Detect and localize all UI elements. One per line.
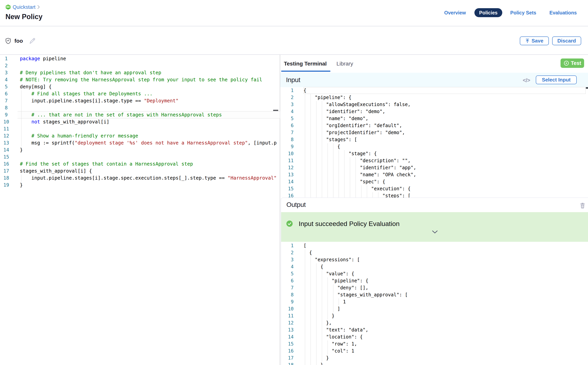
- line-number: 10: [282, 150, 294, 157]
- line-number: 5: [282, 115, 294, 122]
- tab-policies[interactable]: Policies: [474, 8, 502, 17]
- line-number: 10: [282, 305, 294, 312]
- line-number: 14: [282, 178, 294, 185]
- code-line[interactable]: 10"stage": {: [280, 150, 588, 157]
- code-line[interactable]: 1package pipeline: [0, 55, 280, 62]
- line-number: 4: [282, 263, 294, 270]
- line-number: 12: [282, 164, 294, 171]
- code-line[interactable]: 7input.pipeline.stages[i].stage.type == …: [0, 97, 280, 104]
- code-line[interactable]: 13"text": "data",: [281, 326, 588, 333]
- code-line[interactable]: 1{: [280, 87, 588, 94]
- output-json-editor[interactable]: 1[2{3"expressions": [4{5"value": {6"pipe…: [281, 242, 588, 365]
- line-number: 8: [282, 291, 294, 298]
- line-number: 16: [282, 192, 294, 197]
- code-line[interactable]: 18input.pipeline.stages[i].stage.spec.ex…: [0, 175, 280, 182]
- code-line[interactable]: 7"projectIdentifier": "demo",: [280, 129, 588, 136]
- code-line[interactable]: 2: [0, 62, 280, 69]
- code-line[interactable]: 5deny[msg] {: [0, 83, 280, 90]
- line-number: 5: [1, 83, 11, 90]
- select-input-button[interactable]: Select Input: [536, 76, 577, 84]
- code-line[interactable]: 17stages_with_approval[i] {: [0, 168, 280, 175]
- success-check-icon: [286, 221, 293, 227]
- code-line[interactable]: 15"row": 1,: [281, 340, 588, 347]
- active-tab-underline: [281, 70, 330, 72]
- tab-library[interactable]: Library: [336, 61, 353, 67]
- code-line[interactable]: 18}: [281, 361, 588, 365]
- line-number: 11: [282, 312, 294, 319]
- code-line[interactable]: 6"orgIdentifier": "default",: [280, 122, 588, 129]
- code-line[interactable]: 16"steps": [: [280, 192, 588, 197]
- code-line[interactable]: 14"location": {: [281, 333, 588, 340]
- edit-pencil-icon[interactable]: [29, 37, 36, 44]
- line-number: 11: [282, 157, 294, 164]
- trash-icon[interactable]: [579, 202, 586, 209]
- code-line[interactable]: 16"col": 1: [281, 347, 588, 354]
- code-line[interactable]: 4{: [281, 263, 588, 270]
- code-line[interactable]: 12},: [281, 319, 588, 326]
- code-line[interactable]: 12# Show a human-friendly error message: [0, 132, 280, 140]
- policy-code-editor[interactable]: 1package pipeline23# Deny pipelines that…: [0, 55, 280, 190]
- save-button[interactable]: Save: [520, 36, 549, 45]
- line-number: 19: [1, 182, 11, 189]
- line-number: 9: [1, 111, 11, 118]
- input-title: Input: [286, 76, 300, 84]
- input-json-editor[interactable]: 1{2"pipeline": {3"allowStageExecutions":…: [280, 87, 588, 197]
- code-line[interactable]: 8: [0, 104, 280, 111]
- code-line[interactable]: 6# Find all stages that are Deployments …: [0, 90, 280, 97]
- code-line[interactable]: 11: [0, 125, 280, 132]
- tab-overview[interactable]: Overview: [444, 8, 466, 17]
- code-line[interactable]: 13msg := sprintf("deployment stage '%s' …: [0, 140, 280, 147]
- code-line[interactable]: 19}: [0, 182, 280, 189]
- code-line[interactable]: 5"value": {: [281, 270, 588, 277]
- code-line[interactable]: 16# Find the set of stages that contain …: [0, 161, 280, 168]
- line-number: 7: [282, 129, 294, 136]
- tab-testing-terminal[interactable]: Testing Terminal: [284, 61, 327, 67]
- code-line[interactable]: 7"deny": [],: [281, 284, 588, 291]
- code-line[interactable]: 2"pipeline": {: [280, 94, 588, 101]
- code-line[interactable]: 8"stages_with_approval": [: [281, 291, 588, 298]
- code-line[interactable]: 6"pipeline": {: [281, 277, 588, 284]
- code-line[interactable]: 15: [0, 154, 280, 161]
- code-line[interactable]: 8"stages": [: [280, 136, 588, 143]
- line-number: 6: [1, 90, 11, 97]
- line-number: 8: [1, 104, 11, 111]
- code-line[interactable]: 91: [281, 298, 588, 305]
- code-line[interactable]: 4# NOTE: Try removing the HarnessApprova…: [0, 76, 280, 83]
- code-line[interactable]: 12"identifier": "app",: [280, 164, 588, 171]
- code-line[interactable]: 13"name": "OPA check",: [280, 171, 588, 178]
- code-line[interactable]: 3"expressions": [: [281, 256, 588, 263]
- code-view-icon[interactable]: </>: [523, 77, 530, 84]
- code-line[interactable]: 1[: [281, 242, 588, 249]
- toolbar-divider: [0, 54, 588, 55]
- code-line[interactable]: 4"identifier": "demo",: [280, 108, 588, 115]
- code-line[interactable]: 3"allowStageExecutions": false,: [280, 101, 588, 108]
- code-line[interactable]: 3# Deny pipelines that don't have an app…: [0, 69, 280, 76]
- test-button[interactable]: Test: [561, 58, 584, 68]
- code-line[interactable]: 11"description": "",: [280, 157, 588, 164]
- line-number: 13: [282, 171, 294, 178]
- banner-expand-chevron-icon[interactable]: [432, 231, 438, 234]
- code-line[interactable]: 10]: [281, 305, 588, 312]
- discard-button[interactable]: Discard: [552, 36, 581, 45]
- code-line[interactable]: 5"name": "demo",: [280, 115, 588, 122]
- line-number: 18: [1, 175, 11, 182]
- code-line[interactable]: 11}: [281, 312, 588, 319]
- code-line[interactable]: 9# ... that are not in the set of stages…: [0, 111, 280, 118]
- code-line[interactable]: 14"spec": {: [280, 178, 588, 185]
- code-line[interactable]: 14}: [0, 147, 280, 154]
- code-line[interactable]: 9{: [280, 143, 588, 150]
- breadcrumb-project-link[interactable]: Quickstart: [13, 4, 35, 10]
- line-number: 17: [1, 168, 11, 175]
- line-number: 18: [282, 361, 294, 365]
- breadcrumb: ∞ Quickstart: [6, 4, 40, 10]
- evaluation-status-text: Input succeeded Policy Evaluation: [299, 220, 400, 228]
- line-number: 3: [282, 256, 294, 263]
- code-line[interactable]: 10not stages_with_approval[i]: [0, 118, 280, 125]
- code-line[interactable]: 2{: [281, 249, 588, 256]
- code-line[interactable]: 17}: [281, 354, 588, 361]
- tab-policy-sets[interactable]: Policy Sets: [510, 8, 536, 17]
- line-number: 16: [1, 161, 11, 168]
- code-line[interactable]: 15"execution": {: [280, 185, 588, 192]
- line-number: 1: [282, 242, 294, 249]
- tab-evaluations[interactable]: Evaluations: [549, 8, 577, 17]
